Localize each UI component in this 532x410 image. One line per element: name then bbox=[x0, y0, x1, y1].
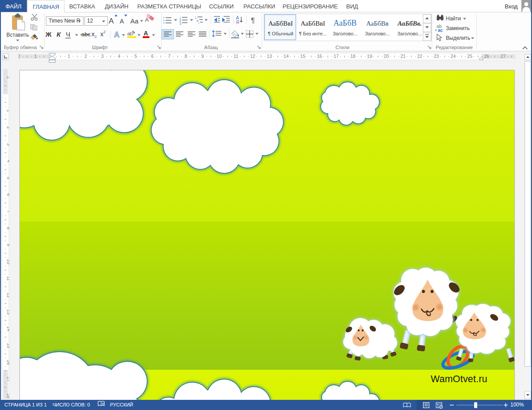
svg-text:1: 1 bbox=[6, 76, 10, 79]
svg-text:9: 9 bbox=[201, 54, 204, 59]
svg-text:26: 26 bbox=[484, 54, 489, 59]
svg-text:А: А bbox=[114, 31, 119, 39]
svg-text:x: x bbox=[100, 31, 103, 38]
svg-text:1: 1 bbox=[68, 54, 70, 59]
svg-text:2: 2 bbox=[95, 34, 97, 39]
svg-text:6: 6 bbox=[6, 193, 10, 196]
svg-text:23: 23 bbox=[434, 54, 439, 59]
svg-text:АаБбВвІ: АаБбВвІ bbox=[300, 20, 325, 27]
svg-text:17: 17 bbox=[6, 376, 10, 382]
svg-text:АаБбВв.: АаБбВв. bbox=[397, 20, 422, 27]
svg-text:Выделить: Выделить bbox=[446, 35, 470, 41]
svg-text:11: 11 bbox=[6, 276, 10, 281]
svg-text:Aa: Aa bbox=[130, 17, 139, 25]
svg-text:АаБбВвІ: АаБбВвІ bbox=[268, 20, 293, 27]
svg-text:ac: ac bbox=[438, 28, 443, 33]
svg-text:3: 3 bbox=[6, 143, 10, 146]
svg-text:2: 2 bbox=[19, 54, 20, 59]
svg-text:1: 1 bbox=[34, 54, 37, 59]
svg-text:8: 8 bbox=[6, 227, 10, 230]
svg-text:16: 16 bbox=[6, 360, 10, 365]
svg-text:20: 20 bbox=[384, 54, 389, 59]
svg-text:A: A bbox=[109, 17, 114, 25]
svg-text:¶ Без инте...: ¶ Без инте... bbox=[299, 31, 327, 36]
svg-text:i: i bbox=[198, 22, 199, 25]
svg-text:x: x bbox=[91, 31, 95, 38]
svg-text:15: 15 bbox=[300, 54, 305, 59]
svg-text:A: A bbox=[120, 18, 124, 25]
svg-text:Я: Я bbox=[236, 20, 239, 25]
svg-text:А: А bbox=[144, 30, 148, 37]
svg-text:14: 14 bbox=[284, 54, 289, 59]
svg-text:3: 3 bbox=[179, 22, 181, 25]
svg-text:24: 24 bbox=[451, 54, 456, 59]
svg-text:К: К bbox=[57, 31, 61, 38]
svg-text:12: 12 bbox=[250, 54, 255, 59]
svg-text:abc: abc bbox=[81, 31, 91, 38]
svg-text:6: 6 bbox=[151, 54, 154, 59]
svg-text:8: 8 bbox=[185, 54, 187, 59]
svg-text:4: 4 bbox=[118, 54, 120, 59]
svg-text:Ч: Ч bbox=[66, 31, 70, 38]
svg-text:4: 4 bbox=[6, 160, 10, 162]
svg-text:АаБбВв: АаБбВв bbox=[366, 20, 389, 27]
svg-text:10: 10 bbox=[6, 259, 10, 264]
svg-text:17: 17 bbox=[334, 54, 339, 59]
svg-text:9: 9 bbox=[6, 244, 10, 246]
svg-text:21: 21 bbox=[400, 54, 406, 59]
svg-text:5: 5 bbox=[134, 54, 137, 59]
svg-text:22: 22 bbox=[417, 54, 422, 59]
svg-text:12: 12 bbox=[6, 293, 10, 298]
svg-text:Заменить: Заменить bbox=[446, 25, 470, 31]
svg-text:Найти: Найти bbox=[446, 15, 461, 22]
svg-text:Ж: Ж bbox=[45, 31, 52, 38]
svg-text:¶ Обычный: ¶ Обычный bbox=[268, 31, 293, 36]
svg-text:2: 2 bbox=[84, 54, 87, 59]
svg-text:Заголово...: Заголово... bbox=[365, 31, 390, 36]
svg-text:25: 25 bbox=[467, 54, 472, 59]
svg-text:13: 13 bbox=[6, 309, 10, 314]
svg-text:2: 2 bbox=[6, 126, 10, 129]
svg-text:WamOtvet.ru: WamOtvet.ru bbox=[431, 374, 487, 384]
svg-text:Заголово...: Заголово... bbox=[397, 31, 422, 36]
svg-text:18: 18 bbox=[350, 54, 356, 59]
svg-text:2: 2 bbox=[103, 30, 106, 34]
svg-text:АаБбВ: АаБбВ bbox=[334, 19, 357, 27]
svg-text:27: 27 bbox=[501, 54, 506, 59]
svg-text:5: 5 bbox=[6, 176, 10, 179]
svg-text:Заголово...: Заголово... bbox=[333, 31, 357, 36]
svg-text:¶: ¶ bbox=[251, 17, 255, 24]
svg-text:15: 15 bbox=[6, 343, 10, 348]
svg-text:14: 14 bbox=[6, 326, 10, 331]
svg-text:18: 18 bbox=[6, 393, 10, 399]
svg-text:3: 3 bbox=[101, 54, 104, 59]
svg-text:13: 13 bbox=[267, 54, 272, 59]
svg-text:19: 19 bbox=[367, 54, 372, 59]
svg-text:1: 1 bbox=[6, 110, 10, 112]
svg-text:10: 10 bbox=[217, 54, 222, 59]
svg-text:7: 7 bbox=[6, 210, 10, 213]
svg-text:11: 11 bbox=[234, 54, 239, 59]
svg-text:Вставить: Вставить bbox=[7, 32, 29, 38]
svg-text:7: 7 bbox=[168, 54, 171, 59]
svg-text:16: 16 bbox=[317, 54, 322, 59]
